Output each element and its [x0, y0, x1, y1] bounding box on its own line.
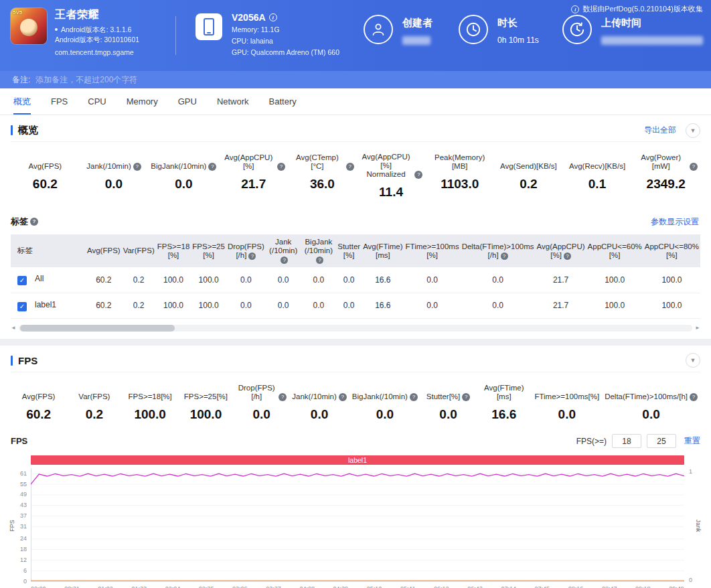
table-cell: 0.0: [404, 267, 461, 293]
column-header-text: AppCPU<=80% [%]: [645, 242, 699, 259]
metric-label-text: Drop(FPS)[/h]: [236, 384, 276, 401]
help-icon[interactable]: ?: [462, 393, 470, 401]
table-cell: 21.7: [536, 293, 586, 318]
help-icon[interactable]: ?: [564, 252, 571, 260]
tab-Network[interactable]: Network: [217, 88, 249, 115]
help-icon[interactable]: ?: [248, 252, 256, 260]
row-label-cell: ✓label1: [11, 293, 86, 318]
metric-value: 0.0: [151, 177, 216, 192]
tab-FPS[interactable]: FPS: [51, 88, 68, 115]
y-axis-labels: 06121824313743495561: [11, 468, 31, 583]
device-memory: Memory: 11.1G: [232, 25, 339, 34]
x-tick-label: 07:14: [501, 585, 516, 588]
help-icon[interactable]: ?: [30, 218, 38, 226]
reset-button[interactable]: 重置: [684, 435, 700, 447]
right-tick-max: 1: [689, 468, 700, 475]
tab-Battery[interactable]: Battery: [269, 88, 297, 115]
metric: Avg(Recv)[KB/s]0.1: [563, 153, 632, 200]
param-display-settings-link[interactable]: 参数显示设置: [651, 216, 699, 228]
x-tick-label: 02:04: [165, 585, 181, 588]
scroll-left-arrow[interactable]: ◄: [11, 325, 16, 331]
metric: Jank(/10min)?0.0: [80, 153, 149, 200]
metric-value: 0.0: [292, 407, 346, 422]
metric: Stutter[%]?0.0: [420, 383, 476, 422]
section-accent-bar: [11, 125, 13, 135]
column-header: FPS>=25 [%]: [191, 234, 226, 267]
y-tick-label: 6: [23, 567, 27, 574]
app-title: 王者荣耀: [55, 8, 139, 22]
help-icon[interactable]: ?: [316, 256, 323, 264]
scrollbar-thumb[interactable]: [20, 325, 175, 332]
help-icon[interactable]: ?: [690, 163, 698, 171]
metric-value: 0.0: [82, 177, 146, 192]
section-accent-bar: [11, 356, 13, 366]
fps-title: FPS: [18, 355, 686, 366]
x-tick-label: 05:41: [400, 585, 416, 588]
tab-Memory[interactable]: Memory: [127, 88, 158, 115]
metric-label: Avg(Recv)[KB/s]: [566, 153, 629, 171]
table-cell: 0.0: [336, 267, 362, 293]
tab-CPU[interactable]: CPU: [88, 88, 106, 115]
metric: Avg(FTime)[ms]16.6: [476, 383, 532, 422]
help-icon[interactable]: ?: [281, 256, 288, 264]
device-info-icon[interactable]: i: [269, 13, 277, 21]
device-gpu: GPU: Qualcomm Adreno (TM) 660: [232, 48, 339, 57]
table-cell: 0.2: [122, 293, 156, 318]
scroll-right-arrow[interactable]: ►: [695, 325, 700, 331]
metric-label: Stutter[%]?: [423, 383, 473, 401]
fps-threshold-high-input[interactable]: [647, 434, 676, 448]
metric-label: Drop(FPS)[/h]?: [236, 383, 287, 401]
row-checkbox[interactable]: ✓: [17, 302, 27, 311]
metric-label-text: Avg(Recv)[KB/s]: [569, 162, 625, 171]
duration-label: 时长: [497, 17, 539, 29]
scrollbar-track[interactable]: [19, 325, 692, 332]
column-header: Var(FPS): [122, 234, 156, 267]
x-tick-label: 04:39: [333, 585, 349, 588]
metric: Avg(FPS)60.2: [11, 153, 80, 200]
metric-label-text: Var(FPS): [78, 392, 110, 401]
column-header-text: FTime>=100ms [%]: [406, 242, 459, 259]
help-icon[interactable]: ?: [277, 163, 285, 171]
help-icon[interactable]: ?: [208, 163, 216, 171]
metric-value: 0.0: [423, 407, 473, 422]
column-header-text: FPS>=25 [%]: [192, 242, 225, 259]
fps-threshold-low-input[interactable]: [612, 434, 641, 448]
collapse-fps-button[interactable]: ▼: [686, 353, 700, 368]
table-cell: 100.0: [586, 293, 643, 318]
android-version-code: Android版本号: 301010601: [55, 35, 139, 44]
table-scrollbar[interactable]: ◄ ►: [11, 324, 700, 332]
column-header: Avg(AppCPU) [%]?: [536, 234, 586, 267]
tab-GPU[interactable]: GPU: [178, 88, 197, 115]
metric: Avg(Power)[mW]?2349.2: [631, 153, 700, 200]
help-icon[interactable]: ?: [346, 163, 354, 171]
metric-value: 60.2: [13, 177, 77, 192]
help-icon[interactable]: ?: [414, 171, 422, 179]
metric-value: 100.0: [181, 407, 231, 422]
metric: Avg(AppCPU)[%] Normalized?11.4: [357, 153, 426, 200]
fps-metrics: Avg(FPS)60.2Var(FPS)0.2FPS>=18[%]100.0FP…: [11, 372, 700, 430]
help-icon[interactable]: ?: [690, 393, 698, 401]
label-band[interactable]: label1: [31, 455, 684, 465]
help-icon[interactable]: ?: [410, 393, 418, 401]
column-header-text: Var(FPS): [123, 246, 155, 254]
row-label-cell: ✓All: [11, 267, 86, 293]
column-header-text: Jank (/10min): [269, 238, 297, 254]
y-tick-label: 37: [20, 512, 27, 519]
y-tick-label: 12: [20, 557, 27, 563]
help-icon[interactable]: ?: [133, 163, 141, 171]
game-icon-badge: 5V5: [13, 9, 22, 15]
metric: BigJank(/10min)?0.0: [349, 383, 420, 422]
note-bar[interactable]: 备注: 添加备注，不超过200个字符: [0, 71, 711, 88]
row-name: All: [35, 274, 44, 283]
row-checkbox[interactable]: ✓: [17, 276, 27, 285]
help-icon[interactable]: ?: [501, 252, 508, 260]
help-icon[interactable]: ?: [279, 393, 287, 401]
x-tick-label: 01:02: [98, 585, 113, 588]
x-tick-label: 06:12: [434, 585, 449, 588]
y-tick-label: 31: [20, 523, 27, 530]
collapse-overview-button[interactable]: ▼: [686, 123, 700, 138]
help-icon[interactable]: ?: [339, 393, 347, 401]
export-all-link[interactable]: 导出全部: [644, 125, 676, 136]
tab-概览[interactable]: 概览: [13, 88, 31, 115]
plot-area[interactable]: [31, 468, 684, 583]
